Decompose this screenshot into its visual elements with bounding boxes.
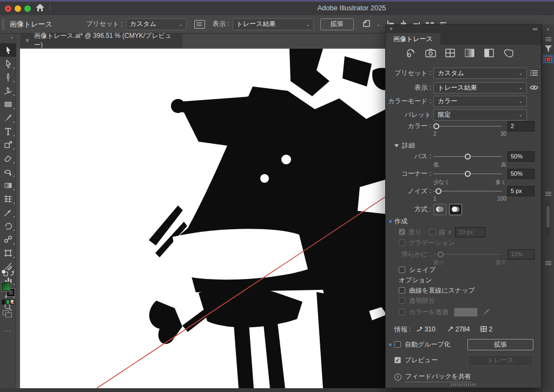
- paintbrush-tool[interactable]: [0, 111, 16, 124]
- paths-slider[interactable]: [433, 151, 502, 162]
- color-mode-select[interactable]: カラー ⌄: [433, 96, 527, 107]
- shape-checkbox[interactable]: [399, 267, 405, 273]
- chevron-down-icon: ⌄: [514, 112, 523, 117]
- preview-label: プレビュー: [405, 356, 438, 365]
- preset-auto-color-icon[interactable]: [405, 48, 417, 58]
- color-chip-black[interactable]: [2, 300, 5, 304]
- preset-black-white-icon[interactable]: [483, 48, 495, 58]
- noise-value[interactable]: 5 px: [507, 186, 535, 196]
- dock-panel-menu2-icon[interactable]: [542, 258, 554, 268]
- snap-checkbox[interactable]: [399, 287, 405, 294]
- preset-select[interactable]: カスタム ⌄: [433, 68, 527, 79]
- palette-select[interactable]: 限定 ⌄: [433, 109, 527, 121]
- color-chip-none[interactable]: [10, 300, 14, 304]
- paths-count-icon: [417, 326, 423, 333]
- fill-color-well[interactable]: [2, 282, 10, 291]
- free-transform-tool[interactable]: [0, 138, 16, 151]
- paths-value[interactable]: 50%: [507, 151, 535, 162]
- colors-count-icon: [480, 326, 487, 333]
- eraser-tool[interactable]: [0, 151, 16, 165]
- panel-collapse-icon[interactable]: ««: [532, 26, 537, 32]
- preset-menu-icon[interactable]: [527, 70, 541, 76]
- preset-outline-icon[interactable]: [503, 48, 515, 58]
- preset-label: プリセット :: [86, 19, 123, 29]
- noise-label: ノイズ :: [386, 187, 431, 196]
- toolbar-expand-icon[interactable]: »: [0, 34, 16, 41]
- panel-resize-grip[interactable]: [451, 383, 477, 386]
- fill-checkbox[interactable]: ✓: [399, 229, 405, 235]
- smooth-label: 滑らかに :: [386, 250, 431, 259]
- dock-panel-menu-icon[interactable]: [542, 189, 554, 198]
- direct-selection-tool[interactable]: [0, 57, 16, 70]
- preset-select[interactable]: カスタム ⌄: [126, 18, 187, 30]
- stroke-checkbox[interactable]: [429, 229, 436, 235]
- gradient-tool[interactable]: [0, 178, 16, 192]
- dock-expand-icon[interactable]: »: [542, 24, 554, 34]
- corners-value[interactable]: 50%: [507, 169, 535, 179]
- feedback-link[interactable]: フィードバックを共有: [405, 372, 471, 382]
- stroke-stepper[interactable]: ▲▼: [445, 227, 454, 237]
- gradient-checkbox[interactable]: [399, 240, 405, 246]
- minimize-window-button[interactable]: [15, 5, 21, 12]
- edit-toolbar-icon[interactable]: ...: [0, 325, 16, 333]
- preview-checkbox[interactable]: ✓: [394, 357, 401, 363]
- crop-image-icon[interactable]: ⌄: [362, 20, 381, 29]
- mesh-tool[interactable]: [0, 192, 16, 205]
- view-select[interactable]: トレース結果 ⌄: [433, 82, 527, 94]
- color-count-slider[interactable]: [433, 121, 502, 132]
- pen-tool[interactable]: [0, 70, 16, 84]
- auto-group-checkbox[interactable]: [394, 341, 401, 348]
- corners-slider[interactable]: [433, 168, 502, 180]
- zoom-window-button[interactable]: [24, 5, 31, 12]
- detail-disclosure[interactable]: 詳細: [394, 141, 415, 150]
- rotate-tool[interactable]: [0, 219, 16, 232]
- gradient-label: グラデーション: [408, 238, 455, 248]
- artboard-tool[interactable]: [0, 246, 16, 260]
- paths-label: パス :: [386, 152, 431, 161]
- color-count-value[interactable]: 2: [507, 121, 535, 131]
- panel-tab-image-trace[interactable]: 画像トレース: [386, 33, 440, 45]
- rectangle-tool[interactable]: [0, 97, 16, 111]
- type-tool[interactable]: [0, 124, 16, 138]
- selected-appearance-row[interactable]: [543, 55, 553, 63]
- eye-icon[interactable]: [527, 85, 541, 90]
- close-window-button[interactable]: [5, 5, 11, 12]
- color-mode-label: カラーモード :: [386, 97, 431, 106]
- filter-icon[interactable]: [542, 44, 554, 54]
- preset-high-color-icon[interactable]: [425, 48, 437, 58]
- trace-panel-toggle-icon[interactable]: [194, 20, 205, 29]
- info-colors-value: 2: [489, 325, 492, 333]
- ignore-color-checkbox[interactable]: [399, 309, 405, 315]
- draw-mode-icon[interactable]: [3, 310, 12, 318]
- anchors-count-icon: [447, 326, 454, 333]
- stroke-label: 線: [439, 228, 445, 237]
- close-tab-icon[interactable]: ×: [25, 37, 29, 44]
- preset-grayscale-icon[interactable]: [464, 48, 476, 58]
- dock-scrollbar[interactable]: [546, 202, 550, 236]
- view-select[interactable]: トレース結果 ⌄: [233, 18, 314, 30]
- preset-low-color-icon[interactable]: [444, 48, 456, 58]
- color-chip-fill[interactable]: [6, 300, 10, 304]
- blend-tool[interactable]: [0, 232, 16, 246]
- dock-menu-icon[interactable]: [542, 34, 554, 44]
- stroke-width-value[interactable]: 10 px: [455, 227, 485, 237]
- expand-button[interactable]: 拡張: [467, 339, 533, 350]
- curvature-tool[interactable]: [0, 84, 16, 97]
- noise-slider[interactable]: [433, 185, 502, 197]
- document-tab[interactable]: × 画像トレース.ai* @ 396.51 % (CMYK/プレビュー): [20, 34, 182, 48]
- eyedropper-tool[interactable]: [0, 205, 16, 219]
- home-icon[interactable]: [36, 4, 44, 14]
- transparent-checkbox[interactable]: [399, 297, 405, 304]
- panel-close-icon[interactable]: ×: [390, 26, 393, 32]
- method-overlapping-button[interactable]: [449, 204, 462, 215]
- swap-fill-stroke-icon[interactable]: [1, 269, 15, 278]
- app-title: Adobe Illustrator 2025: [292, 4, 411, 12]
- drag-handle[interactable]: [2, 19, 4, 29]
- fill-swatch-red[interactable]: [546, 57, 551, 62]
- shaper-tool[interactable]: [0, 165, 16, 178]
- color-min-label: 2: [433, 131, 437, 137]
- expand-button[interactable]: 拡張: [320, 18, 354, 30]
- selection-tool[interactable]: [0, 43, 16, 57]
- create-modified-dot: [389, 220, 392, 223]
- method-abutting-button[interactable]: [433, 204, 446, 215]
